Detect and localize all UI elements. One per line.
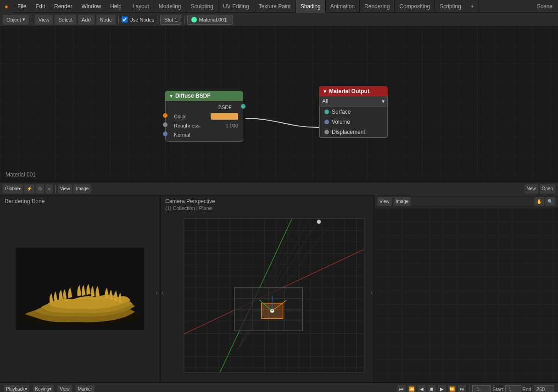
normal-socket[interactable] (163, 132, 167, 136)
sep4 (184, 16, 184, 24)
color-label: Color (174, 114, 186, 119)
workspace-tabs: Layout Modeling Sculpting UV Editing Tex… (128, 0, 479, 13)
tab-sculpting[interactable]: Sculpting (186, 0, 218, 13)
menu-edit[interactable]: Edit (31, 0, 50, 12)
play-back-btn[interactable]: ◀ (418, 385, 426, 392)
tab-compositing[interactable]: Compositing (395, 0, 435, 13)
color-socket[interactable] (163, 113, 167, 118)
diffuse-node-title: Diffuse BSDF (175, 93, 211, 99)
collection-plane-label: (1) Collection | Plane (165, 205, 212, 211)
viewport-toolbar: Global ▾ ⚡ ⊙ ○ View Image New Open (0, 182, 558, 195)
tab-scripting[interactable]: Scripting (435, 0, 466, 13)
tab-texture-paint[interactable]: Texture Paint (254, 0, 296, 13)
tab-shading[interactable]: Shading (296, 0, 326, 13)
menu-help[interactable]: Help (106, 0, 126, 12)
tab-animation[interactable]: Animation (326, 0, 360, 13)
open-btn[interactable]: Open (540, 184, 555, 193)
image-image-btn[interactable]: Image (394, 197, 411, 206)
keying-btn[interactable]: Keying ▾ (33, 385, 54, 392)
3d-viewport[interactable] (184, 218, 364, 373)
roughness-row: Roughness: 0.000 (166, 121, 243, 130)
color-swatch[interactable] (211, 113, 238, 120)
image-view-btn[interactable]: View (377, 197, 392, 206)
color-row: Color (166, 112, 243, 121)
normal-row: Normal (166, 130, 243, 139)
right-image-toolbar: View Image ✋ 🔍 (374, 195, 558, 208)
bsdf-socket[interactable] (241, 104, 246, 109)
global-mode-btn[interactable]: Global ▾ (3, 184, 23, 193)
displacement-option[interactable]: Displacement (320, 127, 387, 137)
material-output-body: All ▾ Surface Volume Displacement (319, 96, 388, 138)
step-fwd-btn[interactable]: ⏩ (448, 385, 456, 392)
image-btn[interactable]: Image (73, 184, 91, 193)
right-collapse-arrow[interactable]: › (370, 289, 373, 296)
slot-dropdown[interactable]: Slot 1 (160, 15, 181, 25)
use-nodes-checkbox[interactable] (122, 17, 128, 22)
end-frame-input[interactable] (534, 385, 554, 392)
play-btn[interactable]: ▶ (438, 385, 446, 392)
blender-logo: ● (0, 0, 13, 13)
surface-option[interactable]: Surface (320, 107, 387, 117)
mode-toggle[interactable]: Object ▾ (3, 15, 29, 25)
surface-socket (324, 110, 329, 114)
render-done-label: Rendering Done (5, 198, 45, 204)
diffuse-bsdf-node: ▼ Diffuse BSDF BSDF Color Roughness: 0.0… (165, 91, 243, 142)
material-output-node: ▼ Material Output All ▾ Surface Volume (319, 86, 388, 138)
render-collapse-right[interactable]: › (156, 289, 158, 296)
material-label: Material.001 (6, 171, 36, 178)
node-btn[interactable]: Node (96, 15, 116, 25)
material-output-title: Material Output (329, 88, 369, 94)
axes-svg (184, 219, 364, 372)
jump-start-btn[interactable]: ⏮ (397, 385, 406, 392)
dropdown-menu: Surface Volume Displacement (319, 107, 387, 138)
menu-file[interactable]: File (13, 0, 31, 12)
bsdf-output-row: BSDF (166, 103, 243, 112)
all-dropdown-row[interactable]: All ▾ (319, 96, 387, 107)
material-selector[interactable]: Material.001 (187, 15, 233, 25)
menu-render[interactable]: Render (50, 0, 77, 12)
frame-input[interactable] (472, 385, 491, 392)
jump-end-btn[interactable]: ⏭ (458, 385, 466, 392)
stop-btn[interactable]: ⏹ (428, 385, 436, 392)
playback-btn[interactable]: Playback ▾ (4, 385, 29, 392)
use-nodes-label: Use Nodes (122, 17, 154, 22)
material-icon (191, 17, 197, 22)
hand-tool[interactable]: ✋ (534, 197, 544, 206)
right-image-panel: View Image ✋ 🔍 (374, 195, 558, 382)
snap-btn[interactable]: ⚡ (24, 184, 34, 193)
timeline-area: Playback ▾ Keying ▾ View Marker ⏮ ⏪ ◀ ⏹ … (0, 382, 558, 392)
tab-uv-editing[interactable]: UV Editing (218, 0, 254, 13)
start-frame-input[interactable] (505, 385, 521, 392)
new-btn[interactable]: New (525, 184, 538, 193)
menu-window[interactable]: Window (77, 0, 106, 12)
tab-modeling[interactable]: Modeling (154, 0, 186, 13)
timeline-controls: Playback ▾ Keying ▾ View Marker ⏮ ⏪ ◀ ⏹ … (0, 383, 558, 392)
roughness-socket[interactable] (163, 122, 167, 127)
start-end-frames: Start: End: (492, 385, 554, 392)
scene-label: Scene (537, 3, 558, 10)
displacement-label: Displacement (332, 129, 365, 135)
tab-add[interactable]: + (466, 0, 479, 13)
tab-rendering[interactable]: Rendering (360, 0, 395, 13)
center-viewport: ‹ › Camera Perspective (1) Collection | … (161, 195, 374, 382)
select-btn[interactable]: Select (55, 15, 76, 25)
roughness-value: 0.000 (225, 123, 238, 128)
pivot-btn[interactable]: ⊙ (36, 184, 44, 193)
right-image-content (374, 208, 558, 382)
roughness-label: Roughness: (174, 123, 201, 128)
marker-btn[interactable]: Marker (76, 385, 95, 392)
step-back-btn[interactable]: ⏪ (407, 385, 416, 392)
volume-option[interactable]: Volume (320, 117, 387, 127)
bottom-area: Rendering Done › (0, 195, 558, 382)
zoom-tool[interactable]: 🔍 (545, 197, 555, 206)
svg-point-21 (317, 220, 321, 224)
proportional-btn[interactable]: ○ (45, 184, 53, 193)
node-editor-background (0, 27, 558, 182)
tab-layout[interactable]: Layout (128, 0, 154, 13)
timeline-view-btn[interactable]: View (57, 385, 72, 392)
left-collapse-arrow[interactable]: ‹ (162, 289, 164, 296)
view-vp-btn[interactable]: View (58, 184, 73, 193)
add-btn[interactable]: Add (78, 15, 95, 25)
view-btn[interactable]: View (35, 15, 53, 25)
node-editor: ▼ Diffuse BSDF BSDF Color Roughness: 0.0… (0, 27, 558, 182)
